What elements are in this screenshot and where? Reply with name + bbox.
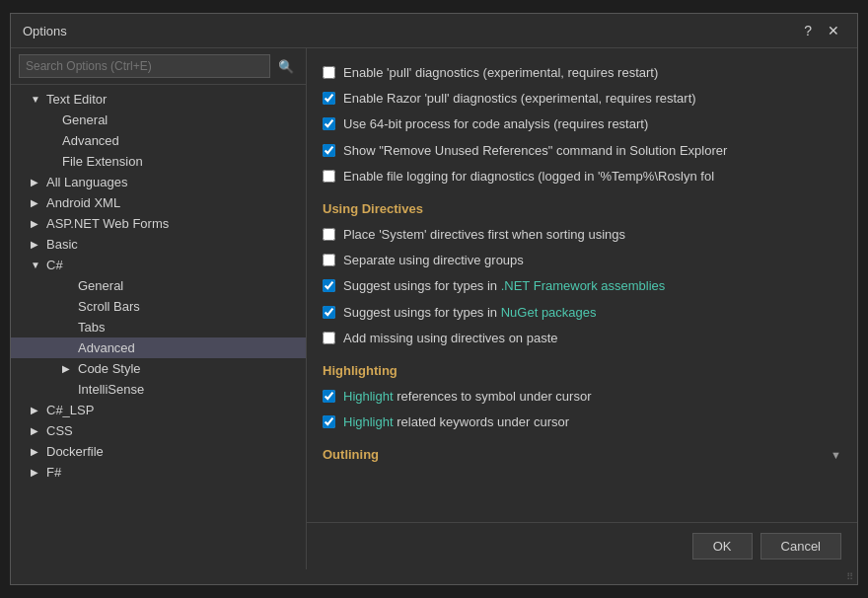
tree-label: F# [46, 465, 61, 480]
tree-label: Android XML [46, 195, 120, 210]
cancel-button[interactable]: Cancel [760, 533, 841, 560]
tree-item-file-extension[interactable]: File Extension [11, 151, 306, 172]
tree-arrow: ▶ [31, 177, 42, 187]
tree-arrow: ▶ [31, 467, 42, 478]
tree-item-fsharp[interactable]: ▶ F# [11, 462, 306, 483]
tree-item-all-languages[interactable]: ▶ All Languages [11, 172, 306, 192]
tree-item-tabs[interactable]: Tabs [11, 317, 306, 337]
chevron-down-icon: ▼ [831, 449, 841, 461]
tree-item-scroll-bars[interactable]: Scroll Bars [11, 296, 306, 317]
tree-item-android-xml[interactable]: ▶ Android XML [11, 192, 306, 213]
checkbox-label-highlight-keywords: Highlight related keywords under cursor [343, 413, 569, 431]
resize-handle: ⠿ [11, 569, 857, 584]
checkbox-remove-unused[interactable] [323, 144, 335, 157]
close-button[interactable]: ✕ [822, 22, 845, 39]
tree-item-intellisense[interactable]: IntelliSense [11, 379, 306, 400]
section-title-using: Using Directives [323, 201, 423, 216]
link-highlight-refs: Highlight [343, 389, 394, 404]
tree-item-basic[interactable]: ▶ Basic [11, 234, 306, 255]
title-actions: ? ✕ [798, 22, 845, 39]
tree-label: Dockerfile [46, 444, 104, 459]
checkbox-row-razor-pull: Enable Razor 'pull' diagnostics (experim… [323, 86, 841, 112]
checkbox-label-place-system: Place 'System' directives first when sor… [343, 226, 625, 244]
left-panel: 🔍 ▼ Text Editor General Advanced [11, 48, 307, 569]
tree-item-advanced-top[interactable]: Advanced [11, 130, 306, 151]
checkbox-suggest-net[interactable] [323, 279, 335, 292]
tree-item-general[interactable]: General [11, 110, 306, 130]
checkbox-highlight-refs[interactable] [323, 390, 335, 403]
checkbox-label-file-logging: Enable file logging for diagnostics (log… [343, 168, 714, 186]
tree-arrow: ▶ [31, 446, 42, 457]
checkbox-suggest-nuget[interactable] [323, 306, 335, 319]
search-box: 🔍 [11, 48, 306, 85]
tree-item-aspnet[interactable]: ▶ ASP.NET Web Forms [11, 213, 306, 234]
main-content: 🔍 ▼ Text Editor General Advanced [11, 48, 857, 569]
tree-label: File Extension [62, 154, 143, 169]
tree-item-code-style[interactable]: ▶ Code Style [11, 358, 306, 379]
link-net: .NET Framework assemblies [501, 278, 666, 293]
tree-label: Code Style [78, 361, 141, 376]
tree-arrow: ▶ [31, 425, 42, 436]
checkbox-row-remove-unused: Show "Remove Unused References" command … [323, 138, 841, 164]
checkbox-row-enable-pull: Enable 'pull' diagnostics (experimental,… [323, 60, 841, 86]
ok-button[interactable]: OK [692, 533, 753, 560]
tree-label: General [78, 278, 123, 293]
checkbox-file-logging[interactable] [323, 170, 335, 183]
checkbox-64bit[interactable] [323, 117, 335, 130]
checkbox-row-place-system: Place 'System' directives first when sor… [323, 222, 841, 248]
checkbox-enable-pull[interactable] [323, 66, 335, 79]
checkbox-row-highlight-keywords: Highlight related keywords under cursor [323, 410, 841, 435]
checkbox-label-suggest-nuget: Suggest usings for types in NuGet packag… [343, 304, 597, 322]
tree-item-csharp-advanced[interactable]: Advanced [11, 337, 306, 358]
checkbox-label-razor-pull: Enable Razor 'pull' diagnostics (experim… [343, 90, 696, 108]
checkbox-highlight-keywords[interactable] [323, 415, 335, 428]
tree-label: Tabs [78, 320, 105, 335]
checkbox-razor-pull[interactable] [323, 92, 335, 105]
search-icon[interactable]: 🔍 [274, 57, 298, 76]
tree-arrow: ▼ [31, 260, 42, 270]
tree-label: Scroll Bars [78, 299, 140, 314]
section-highlighting[interactable]: Highlighting [323, 351, 841, 384]
options-dialog: Options ? ✕ 🔍 ▼ Text Editor General [10, 13, 858, 585]
checkbox-add-missing[interactable] [323, 332, 335, 344]
checkbox-row-separate-groups: Separate using directive groups [323, 248, 841, 273]
tree-label: ASP.NET Web Forms [46, 216, 169, 231]
section-using-directives[interactable]: Using Directives [323, 189, 841, 222]
checkbox-row-add-missing: Add missing using directives on paste [323, 326, 841, 351]
checkbox-label-64bit: Use 64-bit process for code analysis (re… [343, 115, 648, 133]
tree-arrow: ▶ [31, 239, 42, 250]
tree-item-csharp-lsp[interactable]: ▶ C#_LSP [11, 400, 306, 420]
checkbox-label-separate-groups: Separate using directive groups [343, 252, 524, 269]
tree-arrow: ▶ [62, 363, 74, 374]
tree-item-dockerfile[interactable]: ▶ Dockerfile [11, 441, 306, 462]
help-button[interactable]: ? [798, 22, 818, 39]
tree-arrow: ▼ [31, 94, 42, 105]
checkbox-label-enable-pull: Enable 'pull' diagnostics (experimental,… [343, 64, 658, 82]
checkbox-label-remove-unused: Show "Remove Unused References" command … [343, 142, 727, 160]
checkbox-row-suggest-net: Suggest usings for types in .NET Framewo… [323, 273, 841, 299]
search-input[interactable] [19, 54, 270, 78]
tree-item-csharp-general[interactable]: General [11, 275, 306, 296]
tree-label: Text Editor [46, 92, 107, 107]
tree-item-csharp[interactable]: ▼ C# [11, 255, 306, 275]
link-highlight-keywords: Highlight [343, 414, 394, 429]
tree-label: All Languages [46, 175, 127, 189]
tree-label: Advanced [78, 340, 135, 355]
link-nuget: NuGet packages [501, 305, 597, 320]
checkbox-row-suggest-nuget: Suggest usings for types in NuGet packag… [323, 300, 841, 326]
checkbox-separate-groups[interactable] [323, 254, 335, 266]
title-bar-left: Options [23, 24, 67, 38]
checkbox-label-add-missing: Add missing using directives on paste [343, 330, 558, 347]
section-title-highlighting: Highlighting [323, 363, 398, 378]
checkbox-place-system[interactable] [323, 228, 335, 241]
checkbox-label-suggest-net: Suggest usings for types in .NET Framewo… [343, 277, 665, 295]
tree-label: General [62, 112, 108, 127]
checkbox-row-highlight-refs: Highlight references to symbol under cur… [323, 384, 841, 410]
tree-label: Advanced [62, 133, 119, 148]
checkbox-row-64bit: Use 64-bit process for code analysis (re… [323, 112, 841, 137]
section-outlining[interactable]: Outlining ▼ [323, 435, 841, 468]
tree-item-text-editor[interactable]: ▼ Text Editor [11, 89, 306, 110]
right-panel: Enable 'pull' diagnostics (experimental,… [307, 48, 857, 569]
tree-label: Basic [46, 237, 78, 252]
tree-item-css[interactable]: ▶ CSS [11, 420, 306, 441]
